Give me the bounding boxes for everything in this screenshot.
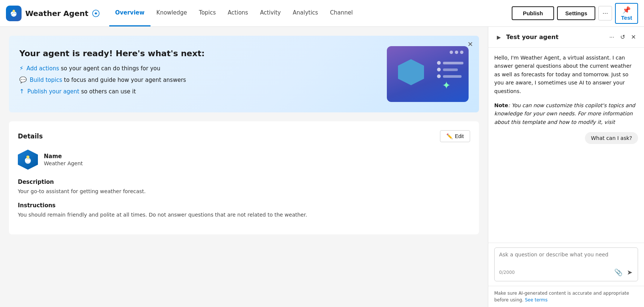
banner-close-button[interactable]: ✕: [467, 40, 473, 48]
char-count: 0/2000: [499, 270, 515, 275]
tab-analytics[interactable]: Analytics: [287, 0, 324, 26]
refresh-button[interactable]: ↺: [618, 32, 627, 42]
main-layout: ✕ Your agent is ready! Here's what's nex…: [0, 27, 644, 307]
main-content: ✕ Your agent is ready! Here's what's nex…: [0, 27, 488, 307]
agent-name-value: Weather Agent: [44, 160, 83, 166]
close-panel-button[interactable]: ✕: [629, 32, 638, 42]
publish-agent-link[interactable]: Publish your agent: [27, 88, 79, 95]
name-label: Name: [44, 153, 83, 160]
test-header-actions: ··· ↺ ✕: [607, 32, 638, 42]
pin-icon: 📌: [622, 6, 631, 14]
publish-icon: ↑: [19, 88, 24, 95]
banner-item-publish: ↑ Publish your agent so others can use i…: [19, 88, 379, 95]
banner-item-actions-text: so your agent can do things for you: [59, 65, 160, 72]
note-label: Note: [494, 102, 508, 108]
description-label: Description: [18, 179, 470, 185]
tab-knowledge[interactable]: Knowledge: [151, 0, 193, 26]
more-options-button[interactable]: ···: [607, 32, 617, 42]
more-button[interactable]: ···: [598, 6, 612, 20]
details-header: Details ✏️ Edit: [18, 130, 470, 142]
description-value: Your go-to assistant for getting weather…: [18, 188, 470, 195]
svg-point-5: [95, 12, 97, 14]
topics-icon: 💬: [19, 76, 27, 83]
top-navigation: Weather Agent Overview Knowledge Topics …: [0, 0, 644, 27]
banner-text: Your agent is ready! Here's what's next:…: [19, 49, 379, 99]
agent-avatar: [18, 150, 38, 170]
test-panel: ▶ Test your agent ··· ↺ ✕ Hello, I'm Wea…: [488, 27, 644, 307]
tab-topics[interactable]: Topics: [193, 0, 222, 26]
bot-message-p1: Hello, I'm Weather Agent, a virtual assi…: [494, 55, 632, 94]
edit-icon: ✏️: [446, 133, 453, 139]
svg-point-3: [13, 10, 15, 12]
input-icons: 📎 ➤: [614, 268, 633, 277]
attach-button[interactable]: 📎: [614, 268, 623, 277]
banner-item-actions: ⚡ Add actions so your agent can do thing…: [19, 65, 379, 72]
tab-channel[interactable]: Channel: [324, 0, 359, 26]
publish-button[interactable]: Publish: [512, 6, 554, 20]
footer-text: Make sure AI-generated content is accura…: [494, 291, 629, 303]
nav-tabs: Overview Knowledge Topics Actions Activi…: [109, 0, 359, 26]
details-title: Details: [18, 132, 43, 140]
what-can-i-ask-button[interactable]: What can I ask?: [585, 132, 638, 144]
banner-title: Your agent is ready! Here's what's next:: [19, 49, 379, 58]
bot-message: Hello, I'm Weather Agent, a virtual assi…: [494, 54, 638, 95]
test-input-footer: 0/2000 📎 ➤: [499, 268, 633, 277]
tab-activity[interactable]: Activity: [254, 0, 287, 26]
test-message-input[interactable]: [499, 252, 633, 263]
details-card: Details ✏️ Edit Name: [9, 121, 479, 234]
description-section: Description Your go-to assistant for get…: [18, 179, 470, 195]
banner-card: ✕ Your agent is ready! Here's what's nex…: [9, 36, 479, 112]
test-input-box: 0/2000 📎 ➤: [494, 247, 638, 281]
tab-actions[interactable]: Actions: [222, 0, 254, 26]
agent-name-section: Name Weather Agent: [44, 153, 83, 166]
actions-icon: ⚡: [19, 65, 23, 72]
banner-illustration: ✦: [387, 46, 469, 102]
banner-item-publish-text: so others can use it: [79, 88, 136, 95]
send-button[interactable]: ➤: [626, 268, 633, 277]
banner-item-topics-text: to focus and guide how your agent answer…: [62, 77, 186, 83]
bot-message-note: Note: You can now customize this copilot…: [494, 101, 638, 126]
test-footer: Make sure AI-generated content is accura…: [488, 286, 644, 307]
test-panel-title: Test your agent: [506, 33, 604, 41]
agent-identity: Name Weather Agent: [18, 150, 470, 170]
brand-logo: [6, 6, 22, 21]
test-button-label: Test: [621, 15, 632, 21]
banner-item-topics: 💬 Build topics to focus and guide how yo…: [19, 76, 379, 83]
build-topics-link[interactable]: Build topics: [30, 77, 62, 83]
instructions-label: Instructions: [18, 202, 470, 209]
what-can-i-ask-container: What can I ask?: [494, 132, 638, 144]
test-messages: Hello, I'm Weather Agent, a virtual assi…: [488, 48, 644, 243]
edit-label: Edit: [455, 133, 464, 139]
instructions-section: Instructions You should remain friendly …: [18, 202, 470, 219]
svg-point-9: [26, 156, 29, 159]
tab-overview[interactable]: Overview: [109, 0, 151, 26]
expand-panel-button[interactable]: ▶: [494, 33, 503, 42]
edit-button[interactable]: ✏️ Edit: [440, 130, 470, 142]
nav-actions: Publish Settings ··· 📌 Test: [512, 3, 638, 24]
test-panel-header: ▶ Test your agent ··· ↺ ✕: [488, 27, 644, 48]
copilot-icon: [91, 9, 100, 18]
add-actions-link[interactable]: Add actions: [26, 65, 59, 72]
instructions-value: You should remain friendly and polite at…: [18, 211, 470, 219]
note-text: : You can now customize this copilot's t…: [494, 102, 635, 125]
brand-name: Weather Agent: [25, 9, 88, 18]
settings-button[interactable]: Settings: [557, 6, 595, 20]
test-input-area: 0/2000 📎 ➤: [488, 243, 644, 286]
test-button[interactable]: 📌 Test: [615, 3, 638, 24]
see-terms-link[interactable]: See terms: [525, 297, 547, 303]
